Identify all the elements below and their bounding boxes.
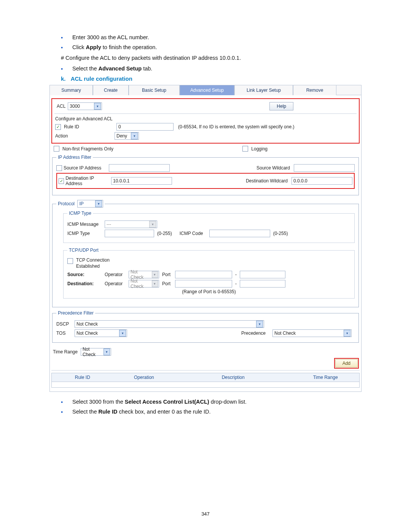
source-wildcard-input[interactable] <box>294 164 355 172</box>
port-range-note: (Range of Port is 0-65535) <box>67 289 350 294</box>
col-description: Description <box>175 373 292 382</box>
intro-bold: Apply <box>86 44 101 50</box>
chevron-down-icon: ▾ <box>149 221 156 228</box>
col-operation: Operation <box>113 373 175 382</box>
nonfirst-label: Non-first Fragments Only <box>62 146 113 152</box>
acl-select[interactable]: 3000 ▾ <box>68 102 102 110</box>
protocol-legend: Protocol <box>58 201 75 206</box>
add-button[interactable]: Add <box>335 359 358 367</box>
icmp-type-range: (0-255) <box>157 231 172 236</box>
logging-label: Logging <box>251 146 268 152</box>
intro-text-a: Select the <box>72 66 99 72</box>
icmp-code-label: ICMP Code <box>180 231 206 236</box>
hash-line: # Configure the ACL to deny packets with… <box>61 55 362 61</box>
dscp-label: DSCP <box>56 321 72 327</box>
rule-id-checkbox[interactable]: ✓ <box>55 124 61 130</box>
protocol-value: IP <box>79 201 83 206</box>
dscp-select[interactable]: Not Check ▾ <box>75 320 264 328</box>
chevron-down-icon: ▾ <box>131 133 138 139</box>
rule-id-label: Rule ID <box>64 124 113 129</box>
tcp-source-port-label: Port <box>162 272 172 277</box>
tab-bar: Summary Create Basic Setup Advanced Setu… <box>49 85 362 95</box>
precedence-fieldset: Precedence Filter DSCP Not Check ▾ TOS N… <box>52 310 359 343</box>
time-range-label: Time Range <box>53 349 78 355</box>
tab-filler <box>336 85 362 95</box>
tcp-conn-checkbox[interactable] <box>67 258 73 264</box>
tab-remove[interactable]: Remove <box>293 85 336 95</box>
section-heading: k. ACL rule configuration <box>61 75 362 82</box>
logging-checkbox[interactable] <box>242 146 248 152</box>
protocol-select[interactable]: IP ▾ <box>77 200 103 208</box>
chevron-down-icon: ▾ <box>119 330 126 337</box>
dash: - <box>235 272 237 277</box>
precedence-legend: Precedence Filter <box>56 310 95 316</box>
dest-ip-input[interactable]: 10.0.0.1 <box>111 177 172 185</box>
intro-bold: Advanced Setup <box>99 66 142 72</box>
chevron-down-icon: ▾ <box>95 200 102 207</box>
tcp-dest-port-label: Port <box>162 281 172 286</box>
tcpudp-legend: TCP/UDP Port <box>67 248 100 253</box>
source-ip-label: Source IP Address <box>64 165 101 171</box>
intro-bullet-3: Select the Advanced Setup tab. <box>72 66 362 72</box>
intro-bullet-1: Enter 3000 as the ACL number. <box>72 34 362 40</box>
col-time-range: Time Range <box>292 373 359 382</box>
icmp-fieldset: ICMP Type ICMP Message --- ▾ ICMP Type (… <box>63 211 355 243</box>
help-button[interactable]: Help <box>269 102 293 110</box>
ip-address-filter-fieldset: IP Address Filter Source IP Address Sour… <box>52 155 359 195</box>
source-ip-input[interactable] <box>109 164 170 172</box>
icmp-type-input[interactable] <box>105 230 154 237</box>
bottom-bullet-1: Select 3000 from the Select Access Contr… <box>72 399 362 405</box>
icmp-code-input[interactable] <box>209 230 270 237</box>
precedence-select[interactable]: Not Check ▾ <box>272 329 352 337</box>
tcp-dest-operator-select[interactable]: Not Check ▾ <box>129 280 159 288</box>
tab-basic-setup[interactable]: Basic Setup <box>129 85 180 95</box>
chevron-down-icon: ▾ <box>94 103 101 110</box>
tab-advanced-setup[interactable]: Advanced Setup <box>180 85 234 95</box>
tcp-source-label: Source: <box>67 272 102 277</box>
tcp-dest-port-input-2[interactable] <box>240 280 285 288</box>
icmp-message-value: --- <box>107 222 111 227</box>
action-label: Action <box>55 133 112 139</box>
tcp-source-operator-select[interactable]: Not Check ▾ <box>129 271 159 278</box>
heading-text: ACL rule configuration <box>71 75 132 82</box>
heading-letter: k. <box>61 75 69 82</box>
rule-id-input[interactable]: 0 <box>116 123 174 131</box>
icmp-type-label: ICMP Type <box>67 231 102 236</box>
tcp-source-port-input-2[interactable] <box>240 271 285 278</box>
main-panel: ACL 3000 ▾ Help Configure an Advanced AC… <box>49 95 362 392</box>
tcp-conn-label: TCP Connection Established <box>76 257 110 269</box>
acl-select-value: 3000 <box>70 104 80 109</box>
dest-ip-checkbox[interactable]: ✓ <box>59 178 64 184</box>
tcp-source-operator-label: Operator <box>105 272 126 277</box>
tab-link-layer-setup[interactable]: Link Layer Setup <box>234 85 293 95</box>
ip-filter-legend: IP Address Filter <box>56 155 93 160</box>
action-select[interactable]: Deny ▾ <box>115 132 139 140</box>
col-rule-id: Rule ID <box>52 373 113 382</box>
time-range-select[interactable]: Not Check ▾ <box>81 348 111 356</box>
tcp-source-port-input-1[interactable] <box>175 271 232 278</box>
config-title: Configure an Advanced ACL <box>55 116 356 121</box>
chevron-down-icon: ▾ <box>256 321 263 328</box>
icmp-legend: ICMP Type <box>67 211 93 216</box>
tcp-dest-label: Destination: <box>67 281 102 286</box>
dest-ip-label: Destination IP Address <box>65 176 109 186</box>
intro-text-a: Click <box>72 44 86 50</box>
rule-id-hint: (0-65534, If no ID is entered, the syste… <box>178 124 294 129</box>
dest-wildcard-label: Destination Wildcard <box>242 178 289 184</box>
intro-text-b: tab. <box>142 66 152 72</box>
rule-table: Rule ID Operation Description Time Range <box>51 373 360 388</box>
tab-summary[interactable]: Summary <box>49 85 93 95</box>
nonfirst-checkbox[interactable] <box>54 146 59 152</box>
dest-wildcard-input[interactable]: 0.0.0.0 <box>292 177 352 185</box>
source-wildcard-label: Source Wildcard <box>244 165 292 171</box>
tcp-dest-port-input-1[interactable] <box>175 280 232 288</box>
icmp-message-select[interactable]: --- ▾ <box>105 220 157 228</box>
tab-create[interactable]: Create <box>93 85 129 95</box>
protocol-fieldset: Protocol IP ▾ ICMP Type ICMP Message --- <box>52 200 359 307</box>
tos-select[interactable]: Not Check ▾ <box>75 329 127 337</box>
source-ip-checkbox[interactable] <box>56 165 62 171</box>
intro-text: Enter 3000 as the ACL number. <box>72 34 149 40</box>
acl-label: ACL <box>57 104 65 109</box>
chevron-down-icon: ▾ <box>152 280 158 287</box>
chevron-down-icon: ▾ <box>104 348 110 355</box>
